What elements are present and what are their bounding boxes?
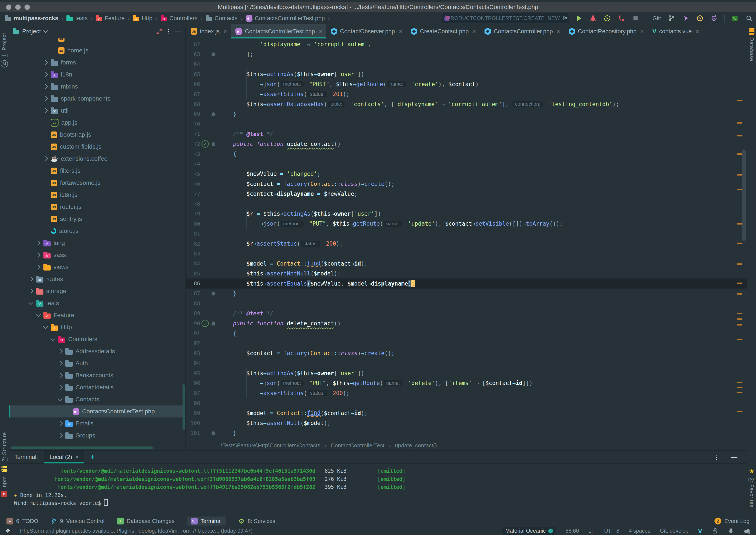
close-icon[interactable]: × — [557, 28, 560, 35]
tree-item-storage[interactable]: storage — [9, 285, 185, 297]
chevron-collapsed-icon[interactable] — [43, 156, 48, 161]
fold-marker-icon[interactable] — [212, 431, 215, 435]
tree-item-views[interactable]: views — [9, 261, 185, 273]
code-line-69[interactable]: 69 } — [186, 109, 747, 119]
close-icon[interactable]: × — [76, 454, 79, 460]
tree-item-Contacts[interactable]: Contacts — [9, 393, 185, 406]
test-passed-icon[interactable]: ✓ — [201, 320, 209, 327]
tool-window-button-npm[interactable]: npm — [1, 476, 7, 487]
options-kebab-icon[interactable]: ⋮ — [713, 453, 720, 461]
close-window-icon[interactable] — [6, 5, 12, 10]
warning-stripe-mark[interactable] — [737, 100, 742, 101]
ideavim-icon[interactable]: V — [698, 527, 702, 535]
code-line-99[interactable]: 99 $model = Contact::find($contact→id); — [186, 408, 747, 418]
warning-stripe-mark[interactable] — [737, 319, 742, 320]
chevron-down-icon[interactable] — [43, 28, 48, 33]
chevron-collapsed-icon[interactable] — [58, 433, 63, 438]
warning-stripe-mark[interactable] — [737, 293, 742, 295]
code-line-89[interactable]: 89 /** @test */ — [186, 309, 747, 319]
warning-stripe-mark[interactable] — [737, 122, 742, 124]
editor-tab[interactable]: ContactsControllerTest.php× — [231, 24, 326, 39]
chevron-collapsed-icon[interactable] — [43, 84, 48, 89]
code-line-91[interactable]: 91 { — [186, 328, 747, 338]
stop-icon[interactable] — [632, 14, 640, 22]
tree-item-mixins[interactable]: mixins — [9, 81, 185, 93]
chevron-collapsed-icon[interactable] — [58, 421, 63, 426]
warning-stripe-mark[interactable] — [737, 382, 742, 383]
tool-window-button-structure[interactable]: 7: Structure — [1, 432, 7, 461]
tree-item-bootstrap.js[interactable]: JSbootstrap.js — [9, 129, 185, 141]
tree-item-lang[interactable]: Alang — [9, 237, 185, 249]
indent-indicator[interactable]: 4 spaces — [629, 528, 650, 534]
warning-stripe-mark[interactable] — [737, 411, 742, 412]
code-line-97[interactable]: 97 →assertStatus(status: 200); — [186, 388, 747, 398]
close-icon[interactable]: × — [319, 28, 322, 35]
close-icon[interactable]: × — [641, 28, 644, 35]
code-line-70[interactable]: 70 — [186, 119, 747, 129]
cloud-settings-icon[interactable] — [743, 528, 751, 534]
tool-window-button-database[interactable]: Database — [749, 37, 755, 61]
code-line-95[interactable]: 95 $this→actingAs($this→owner['user']) — [186, 368, 747, 378]
editor-breadcrumb-item[interactable]: update_contact() — [395, 442, 437, 449]
code-editor[interactable]: 62 'displayname' ⇒ 'corrupti autem',63 ]… — [186, 39, 747, 441]
editor-tab[interactable]: ContactsController.php× — [480, 24, 564, 39]
editor-scrollbar[interactable] — [741, 150, 746, 241]
tree-item-extensions.coffee[interactable]: ☕extensions.coffee — [9, 153, 185, 165]
fold-marker-icon[interactable] — [212, 322, 215, 325]
warning-stripe-mark[interactable] — [737, 264, 742, 265]
chevron-expanded-icon[interactable] — [50, 336, 55, 341]
code-line-81[interactable]: 81 — [186, 229, 747, 239]
push-icon[interactable] — [682, 14, 689, 22]
search-icon[interactable] — [745, 14, 753, 22]
chevron-collapsed-icon[interactable] — [58, 373, 63, 378]
tree-item-app.js[interactable]: JSapp.js — [9, 117, 185, 129]
theme-indicator[interactable]: Material Oceanic — [502, 527, 556, 535]
chevron-collapsed-icon[interactable] — [29, 289, 34, 294]
status-message[interactable]: PhpStorm and plugin updates available: P… — [20, 528, 493, 534]
code-line-75[interactable]: 75 $newValue = 'changed'; — [186, 169, 747, 179]
meteor-icon[interactable]: M — [1, 60, 8, 68]
fold-marker-icon[interactable] — [212, 112, 215, 116]
chevron-collapsed-icon[interactable] — [36, 253, 41, 258]
close-icon[interactable]: × — [399, 28, 402, 35]
chevron-expanded-icon[interactable] — [36, 312, 41, 317]
breadcrumb-item[interactable]: Contacts — [204, 15, 240, 22]
tool-window-button-database-changes[interactable]: +Database Changes — [117, 518, 175, 524]
event-log-button[interactable]: 2Event Log — [714, 518, 749, 524]
breadcrumb-item[interactable]: tests — [65, 15, 89, 22]
notification-stack-icon[interactable]: ❖ — [5, 527, 11, 534]
fold-marker-icon[interactable] — [212, 142, 215, 146]
chevron-collapsed-icon[interactable] — [58, 361, 63, 366]
rollback-icon[interactable] — [710, 14, 718, 22]
close-icon[interactable]: × — [224, 28, 227, 35]
tool-window-button-project[interactable]: 1: Project — [1, 33, 7, 57]
tree-item-i18n[interactable]: Ai18n — [9, 69, 185, 81]
code-line-96[interactable]: 96 →json(method: "PUT", $this→getRoute(n… — [186, 378, 747, 388]
git-branch-indicator[interactable]: Git: develop — [660, 528, 688, 534]
test-passed-icon[interactable]: ✓ — [201, 140, 209, 148]
zoom-window-icon[interactable] — [24, 5, 30, 10]
tree-item-sentry.js[interactable]: JSsentry.js — [9, 213, 185, 225]
chevron-collapsed-icon[interactable] — [36, 265, 41, 270]
tree-item-Contactdetails[interactable]: Contactdetails — [9, 381, 185, 393]
ssh-icon[interactable] — [731, 14, 739, 22]
breadcrumb-item[interactable]: ⚙Controllers — [159, 15, 199, 22]
tree-item-routes[interactable]: ⇄routes — [9, 273, 185, 285]
fold-marker-icon[interactable] — [212, 52, 215, 56]
editor-breadcrumb-item[interactable]: ContactControllerTest — [331, 442, 384, 449]
tree-item-Groups[interactable]: Groups — [9, 430, 185, 441]
chevron-expanded-icon[interactable] — [58, 396, 63, 401]
tree-horizontal-scrollbar[interactable] — [11, 446, 153, 449]
caret-position[interactable]: 86:60 — [565, 528, 579, 534]
warning-stripe-mark[interactable] — [737, 392, 742, 393]
chevron-collapsed-icon[interactable] — [43, 60, 48, 65]
code-line-87[interactable]: 87 } — [186, 289, 747, 298]
code-line-88[interactable]: 88 — [186, 298, 747, 308]
chevron-collapsed-icon[interactable] — [29, 277, 34, 282]
database-icon[interactable] — [749, 28, 754, 35]
close-icon[interactable]: × — [473, 28, 476, 35]
tool-window-button---version-control[interactable]: 9: Version Control — [51, 518, 105, 524]
code-line-79[interactable]: 79 $r = $this→actingAs($this→owner['user… — [186, 209, 747, 219]
editor-tab[interactable]: JSindex.js× — [186, 24, 231, 39]
chevron-collapsed-icon[interactable] — [58, 385, 63, 390]
